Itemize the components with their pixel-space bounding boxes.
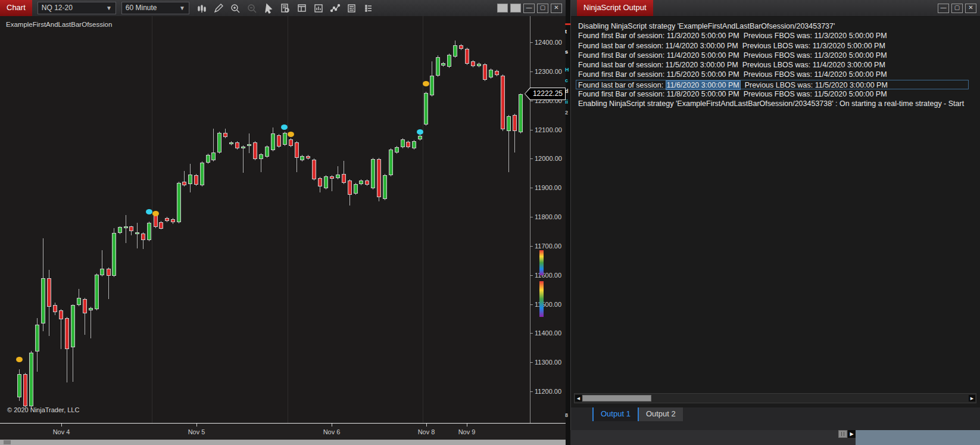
tile-button[interactable] <box>497 4 508 13</box>
scroll-right-icon[interactable]: ▶ <box>969 395 975 402</box>
copyright-label: © 2020 NinjaTrader, LLC <box>7 406 79 413</box>
date-tick <box>426 424 427 427</box>
draw-icon[interactable] <box>213 2 224 14</box>
output-line[interactable]: Found first Bar of session: 11/3/2020 5:… <box>578 31 980 41</box>
bar-chart-icon[interactable] <box>313 2 324 14</box>
background-scrollbar-thumb[interactable] <box>838 430 847 438</box>
output-line[interactable]: Disabling NinjaScript strategy 'ExampleF… <box>578 21 980 31</box>
candle-body <box>247 144 251 146</box>
candle-body <box>342 174 346 183</box>
minimize-button[interactable]: — <box>938 4 949 13</box>
chart-scrollbar-thumb[interactable] <box>4 440 11 444</box>
candle-body <box>135 232 139 234</box>
date-tick-label: Nov 5 <box>188 428 205 435</box>
maximize-button[interactable]: ▢ <box>537 4 548 13</box>
candle-body <box>365 181 369 185</box>
cursor-icon[interactable] <box>263 2 274 14</box>
candle-body <box>430 76 434 95</box>
first-bar-of-session-dot <box>423 81 429 86</box>
candle-body <box>129 226 133 231</box>
strategy-overlay-label: ExampleFirstAndLastBarOfsession <box>6 21 112 28</box>
zoom-out-icon[interactable] <box>246 2 258 14</box>
close-button[interactable]: ✕ <box>551 4 562 13</box>
ninjascript-output-window: NinjaScript Output — ▢ ✕ Disabling Ninja… <box>570 0 980 430</box>
price-tick <box>530 275 533 276</box>
candle-body <box>53 305 57 312</box>
output-scrollbar-thumb[interactable] <box>582 395 651 402</box>
scroll-left-icon[interactable]: ◀ <box>575 395 582 402</box>
background-scroll-right-icon[interactable]: ▶ <box>848 430 856 438</box>
candle-body <box>436 57 440 76</box>
candle-body <box>29 353 33 406</box>
background-window-fragment: d <box>565 88 571 94</box>
tab-output-2[interactable]: Output 2 <box>639 407 683 421</box>
candle-body <box>118 227 122 233</box>
candle-body <box>171 219 175 222</box>
tile-button[interactable] <box>510 4 521 13</box>
candle-body <box>507 116 511 131</box>
candle-body <box>295 142 299 158</box>
output-line[interactable]: Found first Bar of session: 11/5/2020 5:… <box>578 70 980 79</box>
candle-body <box>182 182 186 185</box>
output-line[interactable]: Found last bar of session: 11/4/2020 3:0… <box>578 41 980 51</box>
candle-body <box>188 175 192 184</box>
candle-body <box>35 325 39 351</box>
background-window-fragment: 8 <box>565 412 571 418</box>
candle-body <box>300 156 304 160</box>
background-strip <box>570 430 856 445</box>
candle-body <box>229 142 233 144</box>
candle-body <box>194 175 198 185</box>
polyline-icon[interactable] <box>330 2 341 14</box>
chart-horizontal-scrollbar[interactable] <box>0 440 566 445</box>
zoom-in-icon[interactable] <box>230 2 241 14</box>
price-tick <box>530 71 533 72</box>
output-line[interactable]: Found last bar of session: 11/5/2020 3:0… <box>578 60 980 70</box>
candle-body <box>418 136 422 139</box>
price-tick <box>530 158 533 159</box>
list-icon[interactable] <box>363 2 374 14</box>
chart-window: Chart NQ 12-20 ▼ 60 Minute ▼ — ▢ ✕ Examp… <box>0 0 566 445</box>
last-price-value: 12222.25 <box>525 88 565 99</box>
candle-wick <box>90 307 91 338</box>
candle-body <box>459 45 463 49</box>
candle-body <box>477 64 481 66</box>
time-axis[interactable]: Nov 4Nov 5Nov 6Nov 8Nov 9 <box>0 423 566 440</box>
first-bar-of-session-dot <box>152 211 159 216</box>
candle-body <box>483 64 487 80</box>
output-line[interactable]: Enabling NinjaScript strategy 'ExampleFi… <box>578 99 980 108</box>
last-bar-of-session-dot <box>281 125 288 130</box>
candle-body <box>519 94 523 132</box>
background-window-fragment: ▬ <box>565 20 571 26</box>
candle-body <box>359 181 363 184</box>
first-bar-of-session-dot <box>16 357 23 362</box>
market-analyzer-icon[interactable] <box>280 2 291 14</box>
tab-output-1[interactable]: Output 1 <box>592 407 639 421</box>
price-tick <box>530 333 533 334</box>
chart-plot-area[interactable]: ExampleFirstAndLastBarOfsession © 2020 N… <box>0 16 566 423</box>
chart-window-tab[interactable]: Chart <box>0 0 32 16</box>
candle-body <box>401 139 405 147</box>
output-horizontal-scrollbar[interactable]: ◀ ▶ <box>574 393 976 403</box>
candle-body <box>395 147 399 152</box>
strategy-icon[interactable] <box>347 2 358 14</box>
close-button[interactable]: ✕ <box>965 4 976 13</box>
minimize-button[interactable]: — <box>523 4 535 13</box>
candle-body <box>453 45 457 57</box>
desktop: { "chart_window": { "title_tab": "Chart"… <box>0 0 980 445</box>
output-line[interactable]: Found first Bar of session: 11/8/2020 5:… <box>578 89 980 99</box>
interval-dropdown[interactable]: 60 Minute ▼ <box>121 2 189 14</box>
price-tick-label: 12400.00 <box>535 39 564 46</box>
output-log[interactable]: Disabling NinjaScript strategy 'ExampleF… <box>571 17 980 391</box>
output-window-tab[interactable]: NinjaScript Output <box>577 0 653 16</box>
output-line-selected[interactable]: Found last bar of session: 11/6/2020 3:0… <box>576 80 969 89</box>
instrument-dropdown[interactable]: NQ 12-20 ▼ <box>38 2 116 14</box>
candle-body <box>306 156 310 158</box>
candle-body <box>324 176 328 188</box>
background-window-fragment <box>539 250 544 275</box>
instrument-value: NQ 12-20 <box>42 2 102 14</box>
output-line[interactable]: Found first Bar of session: 11/4/2020 5:… <box>578 51 980 60</box>
candlestick-chart-icon[interactable] <box>196 2 208 14</box>
maximize-button[interactable]: ▢ <box>951 4 963 13</box>
panel-icon[interactable] <box>297 2 308 14</box>
candle-body <box>441 63 445 66</box>
